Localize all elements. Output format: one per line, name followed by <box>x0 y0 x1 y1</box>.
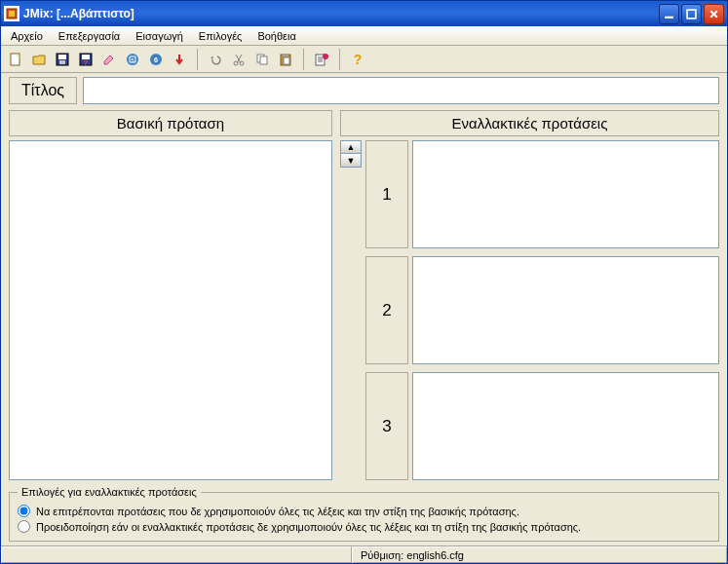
option-allow-partial[interactable]: Να επιτρέπονται προτάσεις που δε χρησιμο… <box>18 505 710 517</box>
save-icon[interactable] <box>52 49 73 70</box>
svg-rect-21 <box>283 54 288 56</box>
alternate-row: 3 <box>365 372 719 480</box>
alternate-number: 3 <box>365 372 408 480</box>
options-legend: Επιλογές για εναλλακτικές προτάσεις <box>18 486 201 498</box>
separator <box>303 49 304 70</box>
main-sentence-header: Βασική πρόταση <box>9 110 332 136</box>
clear-icon[interactable] <box>98 49 120 70</box>
arrow-down-icon[interactable] <box>169 49 190 70</box>
title-input[interactable] <box>83 77 719 104</box>
title-label: Τίτλος <box>9 77 77 104</box>
svg-text:6: 6 <box>154 56 158 63</box>
svg-text:?: ? <box>84 59 88 66</box>
content-area: Τίτλος Βασική πρόταση Εναλλακτικές προτά… <box>1 73 727 545</box>
columns: Βασική πρόταση Εναλλακτικές προτάσεις ▲ … <box>9 110 719 480</box>
save-as-icon[interactable]: ? <box>75 49 96 70</box>
status-config: Ρύθμιση: english6.cfg <box>352 546 727 563</box>
svg-rect-20 <box>284 57 289 64</box>
options-fieldset: Επιλογές για εναλλακτικές προτάσεις Να ε… <box>9 486 719 542</box>
alternate-number: 1 <box>365 140 408 248</box>
option-allow-partial-label: Να επιτρέπονται προτάσεις που δε χρησιμο… <box>36 506 519 517</box>
svg-text:?: ? <box>354 52 363 67</box>
menu-help[interactable]: Βοήθεια <box>249 28 303 44</box>
window-title: JMix: [...Αβάπτιστο] <box>23 7 659 20</box>
option-warn-partial-label: Προειδοποίηση εάν οι εναλλακτικές προτάσ… <box>36 521 581 533</box>
alternates-column: Εναλλακτικές προτάσεις ▲ ▼ 1 2 <box>340 110 719 480</box>
menu-edit[interactable]: Επεξεργασία <box>51 28 128 44</box>
menu-insert[interactable]: Εισαγωγή <box>128 28 191 44</box>
alternates-header: Εναλλακτικές προτάσεις <box>340 110 719 136</box>
paste-icon[interactable] <box>275 49 296 70</box>
title-row: Τίτλος <box>9 77 719 104</box>
main-sentence-column: Βασική πρόταση <box>9 110 332 480</box>
help-icon[interactable]: ? <box>347 49 368 70</box>
separator <box>197 49 198 70</box>
alternates-list: 1 2 3 <box>365 140 719 480</box>
spin-up-button[interactable]: ▲ <box>340 140 362 154</box>
spin-down-button[interactable]: ▼ <box>340 154 362 168</box>
title-bar: JMix: [...Αβάπτιστο] <box>1 1 727 26</box>
app-icon <box>4 6 19 21</box>
alternate-input-2[interactable] <box>412 256 719 364</box>
main-sentence-input[interactable] <box>9 140 332 480</box>
svg-rect-2 <box>665 16 673 18</box>
undo-icon[interactable] <box>205 49 226 70</box>
open-icon[interactable] <box>28 49 50 70</box>
export-v6-icon[interactable]: 6 <box>145 49 167 70</box>
status-bar: Ρύθμιση: english6.cfg <box>1 545 727 563</box>
svg-rect-1 <box>9 11 15 17</box>
svg-rect-3 <box>687 10 696 19</box>
menu-bar: Αρχείο Επεξεργασία Εισαγωγή Επιλογές Βοή… <box>1 26 727 46</box>
separator <box>339 49 340 70</box>
option-warn-partial[interactable]: Προειδοποίηση εάν οι εναλλακτικές προτάσ… <box>18 520 710 533</box>
menu-options[interactable]: Επιλογές <box>191 28 250 44</box>
toolbar: ? 5 6 ? <box>1 46 727 73</box>
close-button[interactable] <box>704 4 724 24</box>
add-text-icon[interactable] <box>311 49 332 70</box>
svg-rect-18 <box>260 56 267 64</box>
option-allow-partial-radio[interactable] <box>18 505 30 517</box>
export-v5-icon[interactable]: 5 <box>122 49 143 70</box>
alternate-row: 1 <box>365 140 719 248</box>
svg-rect-7 <box>59 60 65 64</box>
alternates-spinner: ▲ ▼ <box>340 140 362 480</box>
alternate-input-1[interactable] <box>412 140 719 248</box>
svg-point-23 <box>323 54 328 59</box>
maximize-button[interactable] <box>681 4 702 24</box>
new-icon[interactable] <box>5 49 26 70</box>
status-panel-left <box>1 546 352 563</box>
cut-icon[interactable] <box>228 49 249 70</box>
alternate-row: 2 <box>365 256 719 364</box>
minimize-button[interactable] <box>659 4 679 24</box>
option-warn-partial-radio[interactable] <box>18 520 30 533</box>
alternate-input-3[interactable] <box>412 372 719 480</box>
alternate-number: 2 <box>365 256 408 364</box>
menu-file[interactable]: Αρχείο <box>3 28 51 44</box>
app-window: JMix: [...Αβάπτιστο] Αρχείο Επεξεργασία … <box>0 0 728 564</box>
svg-rect-6 <box>58 55 66 59</box>
copy-icon[interactable] <box>251 49 273 70</box>
